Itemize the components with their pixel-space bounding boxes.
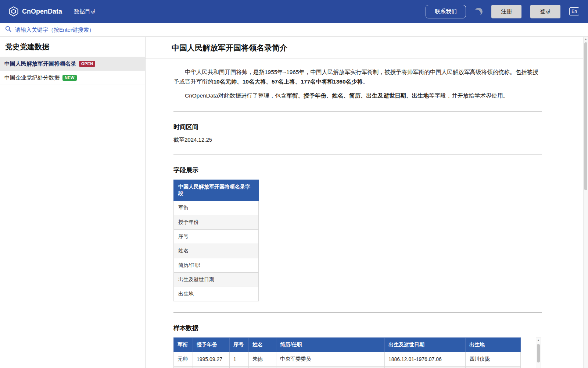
table-row: 元帅1995.09.271朱德中央军委委员1886.12.01-1976.07.… <box>174 352 521 367</box>
language-toggle[interactable]: En <box>569 7 579 15</box>
time-section-value: 截至2024.12.25 <box>173 137 542 144</box>
brand-logo-icon <box>9 6 18 17</box>
register-button[interactable]: 注册 <box>491 5 521 18</box>
field-name-cell: 姓名 <box>174 244 259 258</box>
divider <box>173 312 542 313</box>
table-cell: 1886.12.01-1976.07.06 <box>385 352 466 367</box>
table-cell: 四川仪陇 <box>466 352 521 367</box>
fields-table-body: 军衔授予年份序号姓名简历/任职出生及逝世日期出生地 <box>174 201 259 301</box>
intro-paragraph-1: 中华人民共和国开国将帅，是指1955年~1965年，中国人民解放军实行军衔制，被… <box>173 67 542 86</box>
sidebar-item-badge: NEW <box>62 75 77 81</box>
scrollbar-thumb[interactable] <box>584 42 587 190</box>
fields-table: 中国人民解放军开国将领名录字段 军衔授予年份序号姓名简历/任职出生及逝世日期出生… <box>173 180 259 301</box>
table-cell: 1898.10.24-1974.11.29 <box>385 367 466 368</box>
field-name-cell: 授予年份 <box>174 215 259 230</box>
brand[interactable]: CnOpenData <box>9 6 62 17</box>
time-section-heading: 时间区间 <box>173 123 542 131</box>
intro-paragraph-2: CnOpenData对此数据进行了整理，包含军衔、授予年份、姓名、简历、出生及逝… <box>173 91 542 100</box>
scrollbar-thumb[interactable] <box>537 344 540 362</box>
field-name-cell: 简历/任职 <box>174 258 259 273</box>
sample-column-header: 出生地 <box>466 338 521 352</box>
login-button[interactable]: 登录 <box>530 5 560 18</box>
sample-table: 军衔授予年份序号姓名简历/任职出生及逝世日期出生地 元帅1995.09.271朱… <box>173 337 521 368</box>
fields-table-header: 中国人民解放军开国将领名录字段 <box>174 180 259 201</box>
table-cell: 1995.09.27 <box>193 367 230 368</box>
table-cell: 中央军委委员 <box>276 352 385 367</box>
main-content: 中国人民解放军开国将领名录简介 中华人民共和国开国将帅，是指1955年~1965… <box>146 37 588 368</box>
fields-table-row: 简历/任职 <box>174 258 259 273</box>
field-name-cell: 军衔 <box>174 201 259 215</box>
sidebar-items: 中国人民解放军开国将领名录OPEN中国企业党纪处分数据NEW <box>0 57 145 85</box>
table-cell: 中央军委委员、国防部部长 <box>276 367 385 368</box>
scroll-up-icon[interactable]: ▲ <box>536 338 541 342</box>
fields-table-row: 出生地 <box>174 287 259 301</box>
page-scrollbar[interactable]: ▲ <box>583 37 588 368</box>
divider <box>173 155 542 155</box>
table-cell: 2 <box>230 367 249 368</box>
table-cell: 湖南湘潭 <box>466 367 521 368</box>
fields-section-heading: 字段展示 <box>173 166 542 174</box>
sidebar-item[interactable]: 中国企业党纪处分数据NEW <box>0 71 145 85</box>
sample-column-header: 序号 <box>230 338 249 352</box>
search-input[interactable] <box>14 26 583 33</box>
sample-table-wrap: 军衔授予年份序号姓名简历/任职出生及逝世日期出生地 元帅1995.09.271朱… <box>173 337 542 368</box>
fields-table-header-row: 中国人民解放军开国将领名录字段 <box>174 180 259 201</box>
sample-column-header: 姓名 <box>249 338 276 352</box>
fields-table-row: 序号 <box>174 230 259 244</box>
sample-table-body: 元帅1995.09.271朱德中央军委委员1886.12.01-1976.07.… <box>174 352 521 368</box>
dark-mode-toggle-icon[interactable] <box>474 7 483 16</box>
sidebar-item-label: 中国人民解放军开国将领名录 <box>4 60 76 67</box>
navbar: CnOpenData 数据目录 联系我们 注册 登录 En <box>0 0 588 23</box>
table-row: 元帅1995.09.272彭德怀中央军委委员、国防部部长1898.10.24-1… <box>174 367 521 368</box>
table-cell: 1 <box>230 352 249 367</box>
field-name-cell: 出生地 <box>174 287 259 301</box>
intro: 中华人民共和国开国将帅，是指1955年~1965年，中国人民解放军实行军衔制，被… <box>173 67 542 100</box>
field-name-cell: 出生及逝世日期 <box>174 273 259 287</box>
sample-column-header: 简历/任职 <box>276 338 385 352</box>
sidebar-item-label: 中国企业党纪处分数据 <box>4 74 60 81</box>
sidebar: 党史党建数据 中国人民解放军开国将领名录OPEN中国企业党纪处分数据NEW <box>0 37 146 368</box>
table-cell: 元帅 <box>174 352 193 367</box>
scroll-up-icon[interactable]: ▲ <box>584 37 588 41</box>
fields-table-row: 出生及逝世日期 <box>174 273 259 287</box>
search-icon <box>5 26 11 33</box>
nav-item-data-catalog[interactable]: 数据目录 <box>74 8 96 15</box>
sample-column-header: 军衔 <box>174 338 193 352</box>
table-cell: 元帅 <box>174 367 193 368</box>
sample-column-header: 授予年份 <box>193 338 230 352</box>
sample-section-heading: 样本数据 <box>173 324 542 332</box>
sidebar-item[interactable]: 中国人民解放军开国将领名录OPEN <box>0 57 145 71</box>
brand-name: CnOpenData <box>22 8 62 15</box>
fields-table-row: 姓名 <box>174 244 259 258</box>
table-cell: 彭德怀 <box>249 367 276 368</box>
contact-button[interactable]: 联系我们 <box>426 5 466 18</box>
divider <box>173 112 542 112</box>
sidebar-title: 党史党建数据 <box>0 37 145 57</box>
field-name-cell: 序号 <box>174 230 259 244</box>
table-cell: 1995.09.27 <box>193 352 230 367</box>
page-title-row: 中国人民解放军开国将领名录简介 <box>146 37 588 59</box>
table-cell: 朱德 <box>249 352 276 367</box>
sidebar-item-badge: OPEN <box>79 61 95 67</box>
table-scrollbar[interactable]: ▲ <box>536 337 541 368</box>
search-bar <box>0 23 588 37</box>
sample-table-header-row: 军衔授予年份序号姓名简历/任职出生及逝世日期出生地 <box>174 338 521 352</box>
fields-table-row: 授予年份 <box>174 215 259 230</box>
fields-table-row: 军衔 <box>174 201 259 215</box>
page-title: 中国人民解放军开国将领名录简介 <box>172 43 588 53</box>
sample-column-header: 出生及逝世日期 <box>385 338 466 352</box>
